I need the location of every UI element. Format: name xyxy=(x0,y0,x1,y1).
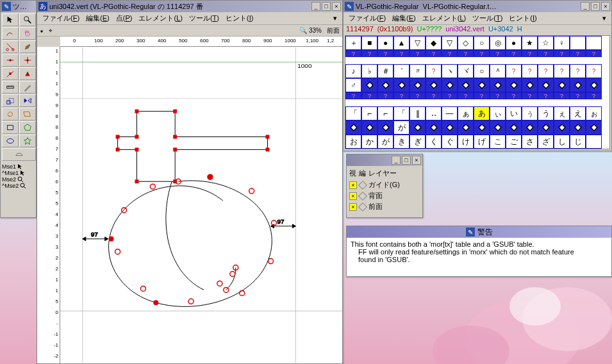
glyph-cell[interactable] xyxy=(490,120,506,135)
glyph-cell[interactable] xyxy=(361,78,377,92)
layers-titlebar[interactable]: _ □ × xyxy=(347,154,422,166)
hv-curve-tool[interactable] xyxy=(19,54,36,67)
scale-tool[interactable] xyxy=(2,94,19,107)
glyph-cell[interactable] xyxy=(554,78,570,92)
glyph-cell[interactable]: ? xyxy=(393,50,409,57)
glyph-cell[interactable]: ? xyxy=(474,92,490,99)
menu-element[interactable]: エレメント(L) xyxy=(136,12,185,24)
menu-hints[interactable]: ヒント(I) xyxy=(223,12,256,24)
warning-titlebar[interactable]: ✎ 警告 xyxy=(347,226,611,238)
glyph-cell[interactable]: ｀ xyxy=(393,64,409,78)
visibility-checkbox[interactable]: × xyxy=(349,181,357,189)
glyph-cell[interactable]: こ xyxy=(490,135,506,149)
visibility-checkbox[interactable]: × xyxy=(349,203,357,211)
glyph-cell[interactable] xyxy=(570,120,586,135)
hand-tool[interactable] xyxy=(19,27,36,40)
glyph-cell[interactable]: ▽ xyxy=(442,36,458,50)
glyph-cell[interactable]: ぅ xyxy=(522,106,538,120)
close-button[interactable]: × xyxy=(601,2,610,11)
glyph-cell[interactable]: あ xyxy=(474,106,490,120)
knife-tool[interactable] xyxy=(19,81,36,94)
glyph-cell[interactable]: ? xyxy=(442,92,458,99)
glyph-cell[interactable]: ○ xyxy=(474,64,490,78)
minimize-button[interactable]: _ xyxy=(581,2,590,11)
close-button[interactable]: × xyxy=(332,2,341,11)
glyph-cell[interactable]: ? xyxy=(393,92,409,99)
glyph-cell[interactable]: ? xyxy=(522,92,538,99)
glyph-titlebar[interactable]: あ uni3042.vert (VL-PGothic-Regular の 111… xyxy=(37,1,342,12)
glyph-cell[interactable] xyxy=(458,78,474,92)
glyph-cell[interactable] xyxy=(570,36,586,50)
star-tool[interactable] xyxy=(19,135,36,147)
glyph-cell[interactable] xyxy=(426,78,442,92)
glyph-cell[interactable] xyxy=(538,78,554,92)
menu-more-icon[interactable]: ▾ xyxy=(331,13,340,24)
glyph-cell[interactable]: ? xyxy=(377,50,393,57)
glyph-cell[interactable] xyxy=(442,78,458,92)
glyph-cell[interactable]: ご xyxy=(506,135,522,149)
glyph-cell[interactable]: ♂ xyxy=(345,78,361,92)
menu-file[interactable]: ファイル(F) xyxy=(40,12,82,24)
glyph-cell[interactable] xyxy=(538,120,554,135)
glyph-cell[interactable]: か xyxy=(361,135,377,149)
maximize-button[interactable]: □ xyxy=(402,156,411,165)
glyph-cell[interactable]: ▲ xyxy=(393,36,409,50)
layer-row[interactable]: ×背面 xyxy=(348,190,421,201)
glyph-cell[interactable] xyxy=(409,78,426,92)
glyph-cell[interactable]: ? xyxy=(506,50,522,57)
glyph-cell[interactable]: ◆ xyxy=(426,36,442,50)
glyph-cell[interactable]: 〃 xyxy=(409,64,426,78)
glyph-cell[interactable]: ＃ xyxy=(377,64,393,78)
glyph-cell[interactable]: ? xyxy=(426,64,442,78)
tool-titlebar[interactable]: ✎ ツ… xyxy=(1,1,36,12)
menu-tools[interactable]: ツール(T) xyxy=(470,12,505,24)
glyph-cell[interactable]: ? xyxy=(506,92,522,99)
corner-point-tool[interactable] xyxy=(2,67,19,80)
glyph-cell[interactable]: ＋ xyxy=(345,36,361,50)
glyph-cell[interactable]: ◎ xyxy=(490,36,506,50)
glyph-cell[interactable]: ? xyxy=(538,50,554,57)
glyph-cell[interactable]: 「 xyxy=(345,106,361,120)
menu-tools[interactable]: ツール(T) xyxy=(186,12,222,24)
glyph-cell[interactable] xyxy=(458,120,474,135)
glyph-cell[interactable]: ? xyxy=(570,92,586,99)
glyph-cell[interactable]: ― xyxy=(442,106,458,120)
glyph-cell[interactable]: ♀ xyxy=(554,36,570,50)
glyph-cell[interactable]: ? xyxy=(490,50,506,57)
glyph-cell[interactable]: ? xyxy=(522,64,538,78)
menu-hints[interactable]: ヒント(I) xyxy=(506,12,539,24)
glyph-cell[interactable]: ‖ xyxy=(409,106,426,120)
cut-tool[interactable] xyxy=(2,40,19,53)
glyph-cell[interactable] xyxy=(570,78,586,92)
glyph-cell[interactable]: ぇ xyxy=(554,106,570,120)
ellipse-tool[interactable] xyxy=(2,135,19,147)
glyph-cell[interactable]: ? xyxy=(426,92,442,99)
glyph-cell[interactable]: ? xyxy=(570,64,586,78)
layer-row[interactable]: ×ガイド(G) xyxy=(348,179,421,190)
glyph-cell[interactable]: ■ xyxy=(361,36,377,50)
glyph-cell[interactable]: い xyxy=(506,106,522,120)
pointer-tool[interactable] xyxy=(2,13,19,26)
menu-point[interactable]: 点(P) xyxy=(113,12,135,24)
glyph-cell[interactable]: ぃ xyxy=(490,106,506,120)
rotate-tool[interactable] xyxy=(2,108,19,120)
glyph-cell[interactable] xyxy=(345,120,361,135)
glyph-canvas[interactable]: 1000 97 97 xyxy=(60,47,342,363)
glyph-cell[interactable]: じ xyxy=(570,135,586,149)
layer-row[interactable]: ×前面 xyxy=(348,201,421,212)
glyph-cell[interactable]: ? xyxy=(345,92,361,99)
font-titlebar[interactable]: ✎ VL-PGothic-Regular VL-PGothic-Regular.… xyxy=(343,1,611,12)
glyph-cell[interactable] xyxy=(506,78,522,92)
glyph-cell[interactable]: く xyxy=(426,135,442,149)
glyph-cell[interactable]: ? xyxy=(538,64,554,78)
menu-file[interactable]: ファイル(F) xyxy=(346,12,388,24)
glyph-cell[interactable] xyxy=(522,120,538,135)
minimize-button[interactable]: _ xyxy=(311,2,320,11)
glyph-cell[interactable]: ◇ xyxy=(458,36,474,50)
glyph-cell[interactable]: え xyxy=(570,106,586,120)
maximize-button[interactable]: □ xyxy=(322,2,331,11)
glyph-cell[interactable] xyxy=(586,135,602,149)
glyph-cell[interactable]: ? xyxy=(361,50,377,57)
rect-tool[interactable] xyxy=(2,121,19,134)
glyph-cell[interactable]: お xyxy=(345,135,361,149)
